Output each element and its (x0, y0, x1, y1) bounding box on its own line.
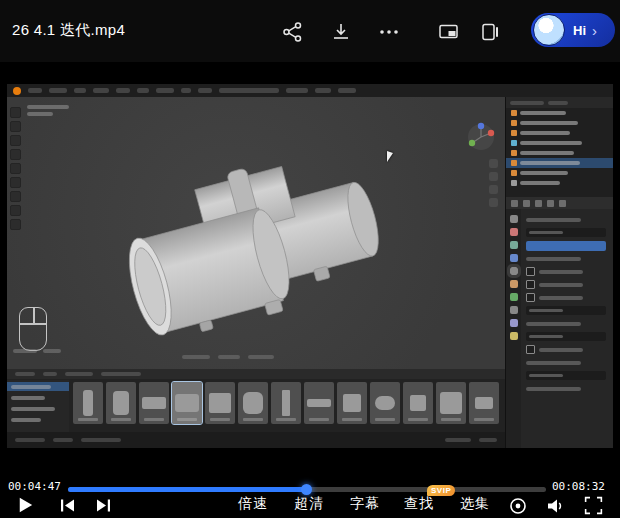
asset-thumbnail (403, 382, 433, 424)
text-blur (182, 355, 210, 359)
volume-button[interactable] (545, 496, 565, 516)
text-blur (510, 101, 544, 105)
asset-preview (175, 394, 199, 412)
text-blur (28, 88, 42, 93)
next-icon (94, 496, 113, 515)
asset-thumbnail (337, 382, 367, 424)
download-button[interactable] (329, 20, 353, 44)
speed-button[interactable]: 倍速 (238, 495, 268, 513)
binoculars-3d-model (102, 119, 412, 339)
asset-thumbnail (73, 382, 103, 424)
viewport-overlay-buttons (489, 159, 498, 207)
share-icon (281, 20, 305, 44)
quality-button[interactable]: 超清 (294, 495, 324, 513)
asset-sidebar-row (7, 393, 69, 402)
video-title: 26 4.1 迭代.mp4 (12, 21, 125, 40)
chevron-right-icon: › (592, 23, 597, 38)
share-button[interactable] (281, 20, 305, 44)
text-blur (529, 374, 563, 377)
properties-tab-icon (510, 267, 518, 275)
viewport-tool-icon (10, 107, 21, 118)
pip-button[interactable] (437, 20, 461, 44)
more-icon (377, 20, 401, 44)
checkbox (526, 267, 535, 276)
video-frame[interactable] (7, 84, 613, 448)
viewport-tool-icon (10, 163, 21, 174)
text-blur (11, 396, 45, 400)
text-blur (520, 181, 560, 185)
asset-name-blur (276, 418, 296, 421)
subtitles-button[interactable]: 字幕 (350, 495, 380, 513)
text-blur (248, 355, 274, 359)
play-button[interactable] (14, 494, 36, 516)
record-button[interactable] (508, 496, 528, 516)
text-blur (11, 418, 41, 422)
properties-row (526, 267, 609, 276)
user-avatar-pill[interactable]: Hi › (531, 13, 615, 47)
asset-thumbnail (172, 382, 202, 424)
asset-preview (410, 395, 426, 411)
outliner-row (506, 148, 613, 158)
asset-preview (375, 396, 395, 410)
episodes-button[interactable]: 选集 (460, 495, 490, 513)
asset-thumbnail (238, 382, 268, 424)
viewport-tool-icon (10, 121, 21, 132)
properties-value-field (526, 371, 606, 380)
previous-button[interactable] (58, 496, 77, 515)
asset-name-blur (144, 418, 164, 421)
outliner-item-icon (511, 110, 517, 116)
text-blur (539, 270, 583, 274)
properties-row (526, 371, 609, 380)
text-blur (548, 101, 568, 105)
text-blur (520, 151, 574, 155)
properties-header-icon (523, 200, 530, 207)
asset-thumbnail (106, 382, 136, 424)
text-blur (520, 171, 568, 175)
next-button[interactable] (94, 496, 113, 515)
blender-3d-viewport (7, 97, 505, 369)
find-button[interactable]: 查找 (404, 495, 434, 513)
outliner-panel (506, 97, 613, 197)
properties-header-icon (511, 200, 518, 207)
asset-thumbnail (469, 382, 499, 424)
cast-button[interactable] (478, 20, 502, 44)
more-button[interactable] (377, 20, 401, 44)
text-blur (526, 322, 581, 326)
properties-tab-icon (510, 306, 518, 314)
text-blur (13, 349, 37, 353)
outliner-row (506, 178, 613, 188)
text-blur (526, 387, 581, 391)
mouse-cursor (387, 151, 393, 162)
asset-sidebar-row (7, 415, 69, 424)
properties-row (526, 254, 609, 263)
asset-thumbnail (370, 382, 400, 424)
outliner-header (506, 97, 613, 108)
record-icon (508, 496, 528, 516)
fullscreen-button[interactable] (583, 495, 604, 516)
properties-row (526, 241, 609, 250)
properties-row (526, 358, 609, 367)
blender-right-panel (505, 97, 613, 448)
text-blur (529, 309, 563, 312)
viewport-footer-text (13, 349, 61, 353)
avatar-greeting: Hi (573, 23, 586, 38)
outliner-row (506, 138, 613, 148)
checkbox (526, 345, 535, 354)
text-blur (15, 372, 35, 376)
asset-name-blur (309, 418, 329, 421)
properties-row (526, 345, 609, 354)
asset-thumbnail-strip (73, 382, 499, 424)
blender-status-bar (7, 432, 505, 448)
text-blur (27, 112, 53, 116)
text-blur (526, 361, 581, 365)
viewport-overlay-icon (489, 159, 498, 168)
properties-tab-strip (506, 209, 521, 448)
text-blur (286, 88, 308, 93)
viewport-tool-icon (10, 205, 21, 216)
asset-preview (209, 393, 231, 413)
asset-thumbnail (139, 382, 169, 424)
text-blur (315, 88, 331, 93)
text-blur (520, 121, 578, 125)
text-blur (445, 438, 471, 442)
properties-row (526, 332, 609, 341)
